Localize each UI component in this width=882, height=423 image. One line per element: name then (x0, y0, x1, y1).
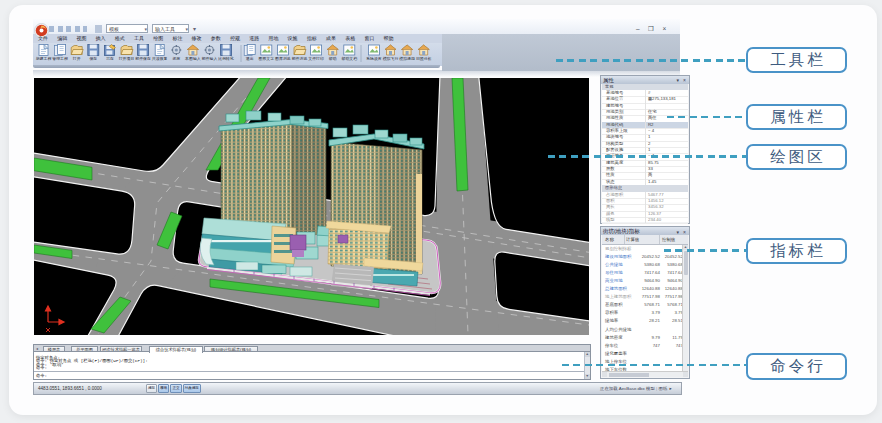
svg-text:图库浏览: 图库浏览 (275, 56, 291, 61)
svg-text:日照分析: 日照分析 (416, 56, 432, 61)
svg-text:打开: 打开 (72, 56, 81, 61)
svg-text:文件打印: 文件打印 (308, 56, 324, 61)
svg-text:本图输入: 本图输入 (184, 56, 201, 61)
svg-text:另存: 另存 (106, 56, 114, 61)
svg-text:模拟漫游: 模拟漫游 (399, 56, 415, 61)
svg-text:模拟飞行: 模拟飞行 (383, 56, 399, 61)
svg-text:保存: 保存 (89, 56, 97, 61)
svg-text:系统设置: 系统设置 (366, 56, 382, 61)
svg-text:部件浏览: 部件浏览 (292, 56, 308, 61)
svg-text:部件保存: 部件保存 (135, 56, 151, 61)
svg-text:图形文字: 图形文字 (259, 56, 275, 61)
svg-text:还原: 还原 (172, 56, 180, 61)
svg-text:部件输入: 部件输入 (202, 56, 218, 61)
svg-text:帮助文档: 帮助文档 (342, 56, 358, 61)
svg-text:退出: 退出 (246, 56, 254, 61)
svg-text:比例转化: 比例转化 (218, 56, 234, 61)
svg-text:只读恢复: 只读恢复 (152, 56, 168, 61)
svg-text:帮助: 帮助 (329, 56, 337, 61)
svg-text:打开项目: 打开项目 (118, 56, 135, 61)
svg-text:管理工程: 管理工程 (52, 56, 68, 61)
svg-text:新建工程: 新建工程 (36, 56, 52, 61)
